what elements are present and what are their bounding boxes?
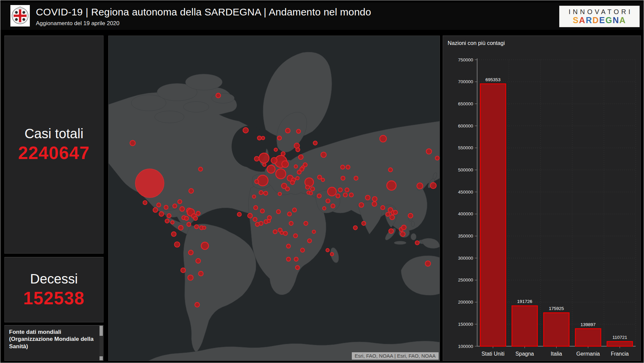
case-marker[interactable] (165, 219, 169, 223)
case-marker[interactable] (435, 156, 439, 160)
case-marker[interactable] (274, 148, 277, 151)
case-marker[interactable] (326, 199, 330, 203)
case-marker[interactable] (195, 302, 199, 307)
case-marker[interactable] (400, 232, 405, 237)
case-marker[interactable] (286, 244, 291, 248)
case-marker[interactable] (135, 169, 164, 198)
case-marker[interactable] (188, 275, 193, 280)
case-marker[interactable] (252, 195, 256, 198)
case-marker[interactable] (276, 169, 286, 179)
case-marker[interactable] (196, 211, 200, 215)
case-marker[interactable] (264, 191, 268, 195)
case-marker[interactable] (312, 230, 316, 234)
case-marker[interactable] (346, 165, 350, 169)
case-marker[interactable] (341, 176, 345, 180)
case-marker[interactable] (185, 216, 189, 220)
case-marker[interactable] (415, 241, 419, 245)
case-marker[interactable] (130, 140, 135, 146)
scrollbar-thumb[interactable] (100, 326, 103, 336)
case-marker[interactable] (296, 176, 299, 180)
case-marker[interactable] (349, 193, 353, 197)
case-marker[interactable] (296, 266, 300, 270)
case-marker[interactable] (202, 226, 206, 229)
case-marker[interactable] (181, 268, 186, 273)
case-marker[interactable] (300, 167, 304, 171)
case-marker[interactable] (285, 128, 290, 133)
case-marker[interactable] (304, 221, 308, 225)
bar-italia[interactable] (544, 313, 569, 346)
case-marker[interactable] (388, 168, 392, 172)
case-marker[interactable] (321, 178, 325, 182)
case-marker[interactable] (267, 165, 275, 173)
case-marker[interactable] (386, 212, 390, 216)
case-marker[interactable] (180, 207, 185, 211)
case-marker[interactable] (189, 189, 194, 193)
case-marker[interactable] (323, 207, 326, 210)
case-marker[interactable] (359, 203, 364, 207)
case-marker[interactable] (401, 225, 406, 230)
case-marker[interactable] (157, 203, 161, 207)
case-marker[interactable] (280, 231, 283, 235)
case-marker[interactable] (187, 222, 191, 226)
case-marker[interactable] (311, 187, 315, 191)
case-marker[interactable] (257, 136, 261, 140)
case-marker[interactable] (425, 261, 431, 266)
case-marker[interactable] (283, 231, 287, 236)
world-map-panel[interactable]: Esri, FAO, NOAA | Esri, FAO, NOAA (108, 36, 440, 361)
case-marker[interactable] (276, 210, 280, 214)
case-marker[interactable] (286, 257, 291, 261)
case-marker[interactable] (321, 152, 326, 157)
bar-germania[interactable] (575, 329, 601, 346)
case-marker[interactable] (189, 250, 193, 255)
case-marker[interactable] (372, 197, 377, 201)
case-marker[interactable] (365, 195, 370, 200)
case-marker[interactable] (408, 213, 413, 218)
case-marker[interactable] (336, 194, 340, 198)
case-marker[interactable] (297, 129, 301, 133)
case-marker[interactable] (255, 179, 259, 184)
case-marker[interactable] (243, 127, 248, 133)
case-marker[interactable] (296, 148, 300, 152)
case-marker[interactable] (313, 141, 317, 145)
case-marker[interactable] (301, 248, 305, 252)
case-marker[interactable] (261, 136, 265, 140)
bar-spagna[interactable] (512, 306, 537, 346)
case-marker[interactable] (306, 185, 310, 189)
case-marker[interactable] (390, 215, 394, 220)
case-marker[interactable] (287, 212, 292, 216)
case-marker[interactable] (430, 183, 436, 189)
case-marker[interactable] (253, 217, 257, 221)
case-marker[interactable] (282, 161, 288, 167)
case-marker[interactable] (289, 221, 293, 225)
case-marker[interactable] (193, 216, 197, 220)
case-marker[interactable] (417, 183, 423, 189)
case-marker[interactable] (263, 163, 266, 166)
case-marker[interactable] (328, 187, 336, 196)
case-marker[interactable] (172, 232, 176, 237)
world-map[interactable] (109, 36, 440, 361)
case-marker[interactable] (273, 230, 277, 234)
case-marker[interactable] (277, 136, 281, 140)
case-marker[interactable] (143, 201, 147, 205)
case-marker[interactable] (345, 188, 349, 192)
case-marker[interactable] (362, 221, 366, 225)
case-marker[interactable] (353, 226, 358, 230)
case-marker[interactable] (198, 167, 202, 171)
case-marker[interactable] (294, 165, 298, 168)
case-marker[interactable] (254, 206, 258, 210)
case-marker[interactable] (259, 221, 263, 225)
case-marker[interactable] (153, 208, 158, 212)
case-marker[interactable] (271, 157, 277, 163)
case-marker[interactable] (317, 194, 321, 198)
case-marker[interactable] (254, 156, 259, 161)
case-marker[interactable] (259, 153, 269, 163)
case-marker[interactable] (294, 257, 298, 261)
case-marker[interactable] (196, 259, 200, 263)
case-marker[interactable] (178, 200, 182, 204)
case-marker[interactable] (198, 271, 203, 276)
case-marker[interactable] (338, 188, 342, 192)
scrollbar-down-button[interactable] (100, 356, 103, 360)
case-marker[interactable] (293, 208, 297, 212)
case-marker[interactable] (308, 239, 312, 243)
case-marker[interactable] (257, 175, 268, 186)
